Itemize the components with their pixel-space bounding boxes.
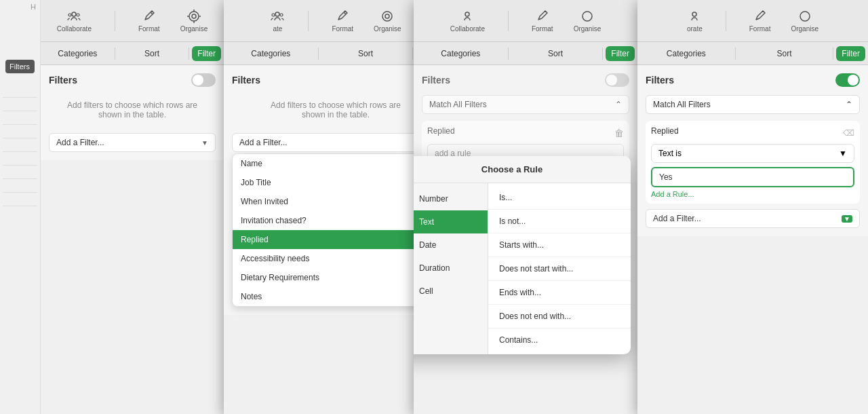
format-label-1: Format <box>138 25 160 33</box>
h-label: H <box>0 0 40 14</box>
rule-option-contains[interactable]: Contains... <box>488 328 631 352</box>
organise-label-3: Organise <box>574 25 601 33</box>
collaborate-btn-1[interactable]: Collaborate <box>57 9 92 33</box>
organise-icon-3 <box>580 9 595 24</box>
filters-toggle-4[interactable] <box>835 73 860 87</box>
rule-type-date[interactable]: Date <box>414 233 488 257</box>
add-filter-label-1: Add a Filter... <box>56 138 104 147</box>
rule-option-starts-with[interactable]: Starts with... <box>488 233 631 257</box>
filter-section-replied-4: Replied ⌫ Text is ▼ Add a Rule... <box>646 121 860 204</box>
notes-tab[interactable]: Filters <box>5 60 35 73</box>
organise-btn-1[interactable]: Organise <box>180 9 208 33</box>
rule-option-is[interactable]: Is... <box>488 186 631 210</box>
format-btn-1[interactable]: Format <box>138 9 160 33</box>
match-filter-arrow-3: ⌃ <box>615 100 622 109</box>
rule-value-input-4[interactable] <box>651 167 854 187</box>
organise-btn-4[interactable]: Organise <box>791 9 818 33</box>
collaborate-label-3: Collaborate <box>450 25 485 33</box>
filters-toggle-3[interactable] <box>605 73 629 87</box>
rule-type-duration[interactable]: Duration <box>414 257 488 280</box>
collaborate-icon-4 <box>687 9 702 24</box>
toolbar-1: Collaborate Format <box>41 0 224 42</box>
rule-options-col: Is... Is not... Starts with... Does not … <box>488 183 631 354</box>
tab-categories-1[interactable]: Categories <box>41 45 115 62</box>
tab-sort-3[interactable]: Sort <box>509 45 603 62</box>
add-filter-label-4: Add a Filter... <box>653 214 701 223</box>
filter-replied-label-4: Replied <box>651 126 679 136</box>
filter-option-notes[interactable]: Notes <box>233 287 439 306</box>
add-filter-label-2: Add a Filter... <box>239 138 288 147</box>
panel-1: H Filters <box>0 0 224 414</box>
svg-point-11 <box>280 14 283 16</box>
add-rule-link-4[interactable]: Add a Rule... <box>651 190 854 198</box>
add-filter-btn-1[interactable]: Add a Filter... ▼ <box>49 133 216 152</box>
panel-4-inner: orate Format <box>637 0 868 236</box>
filters-title-3: Filters <box>422 75 450 86</box>
collaborate-btn-2[interactable]: ate <box>270 9 285 33</box>
filter-option-job-title[interactable]: Job Title <box>233 173 439 192</box>
rule-type-cell[interactable]: Cell <box>414 280 488 303</box>
filters-toggle-1[interactable] <box>191 73 216 87</box>
svg-point-2 <box>77 14 79 16</box>
collaborate-label-1: Collaborate <box>57 25 92 33</box>
rule-type-select-4[interactable]: Text is ▼ <box>651 144 854 163</box>
format-btn-3[interactable]: Format <box>532 9 553 33</box>
tabs-row-1: Categories Sort Filter <box>41 42 224 65</box>
match-filter-label-4: Match All Filters <box>653 100 711 109</box>
filter-option-dietary[interactable]: Dietary Requirements <box>233 268 439 287</box>
organise-icon-1 <box>186 9 201 24</box>
choose-rule-header: Choose a Rule <box>414 156 631 183</box>
organise-icon-4 <box>797 9 812 24</box>
tab-categories-2[interactable]: Categories <box>224 45 318 62</box>
tabs-row-3: Categories Sort Filter <box>414 42 637 65</box>
format-label-2: Format <box>332 25 353 33</box>
rule-type-chevron: ▼ <box>839 149 847 158</box>
add-filter-btn-2[interactable]: Add a Filter... ▼ <box>232 133 439 152</box>
match-dropdown-4[interactable]: Match All Filters ⌃ <box>646 95 860 114</box>
choose-rule-popup: Choose a Rule 123 Number abc Text <box>414 156 631 354</box>
rule-option-ends-with[interactable]: Ends with... <box>488 281 631 305</box>
rule-option-is-not[interactable]: Is not... <box>488 210 631 233</box>
toolbar-4: orate Format <box>637 0 868 42</box>
filters-header-4: Filters <box>646 73 860 87</box>
format-btn-4[interactable]: Format <box>749 9 771 33</box>
tab-categories-3[interactable]: Categories <box>414 45 508 62</box>
rule-type-text[interactable]: abc Text <box>414 210 488 233</box>
organise-label-2: Organise <box>374 25 401 33</box>
svg-point-12 <box>385 14 389 18</box>
filters-header-2: Filters <box>232 73 439 87</box>
format-btn-2[interactable]: Format <box>332 9 353 33</box>
filter-replied-label-3: Replied <box>427 126 455 136</box>
filter-option-when-invited[interactable]: When Invited <box>233 192 439 211</box>
tab-sort-1[interactable]: Sort <box>115 45 189 62</box>
add-filter-btn-4[interactable]: Add a Filter... ▼ <box>646 209 860 228</box>
rule-option-does-not-start-with[interactable]: Does not start with... <box>488 257 631 281</box>
filter-option-invitation-chased[interactable]: Invitation chased? <box>233 211 439 230</box>
filter-option-accessibility[interactable]: Accessibility needs <box>233 249 439 268</box>
tab-sort-2[interactable]: Sort <box>319 45 413 62</box>
toolbar-3: Collaborate Format <box>414 0 637 42</box>
match-filter-label-3: Match All Filters <box>429 100 487 109</box>
organise-icon-2 <box>380 9 395 24</box>
tab-categories-4[interactable]: Categories <box>637 45 735 62</box>
rule-type-number[interactable]: 123 Number <box>414 187 488 210</box>
tab-filter-3[interactable]: Filter <box>606 46 635 61</box>
match-dropdown-3[interactable]: Match All Filters ⌃ <box>422 95 629 114</box>
tab-sort-4[interactable]: Sort <box>736 45 833 62</box>
filter-option-replied[interactable]: Replied <box>233 230 439 249</box>
organise-btn-2[interactable]: Organise <box>374 9 401 33</box>
panel-3-inner: Collaborate Format <box>414 0 637 182</box>
collaborate-btn-4[interactable]: orate <box>687 9 703 33</box>
collaborate-btn-3[interactable]: Collaborate <box>450 9 485 33</box>
svg-point-15 <box>583 12 592 21</box>
delete-filter-3[interactable]: 🗑 <box>614 128 624 138</box>
collaborate-icon-1 <box>66 9 81 24</box>
rule-type-date-label: Date <box>419 240 436 250</box>
filters-header-3: Filters <box>422 73 629 87</box>
tab-filter-4[interactable]: Filter <box>836 46 865 61</box>
filter-option-name[interactable]: Name <box>233 154 439 173</box>
organise-btn-3[interactable]: Organise <box>574 9 601 33</box>
tab-filter-1[interactable]: Filter <box>192 46 221 61</box>
delete-filter-4[interactable]: ⌫ <box>843 128 854 138</box>
rule-option-does-not-end-with[interactable]: Does not end with... <box>488 305 631 328</box>
